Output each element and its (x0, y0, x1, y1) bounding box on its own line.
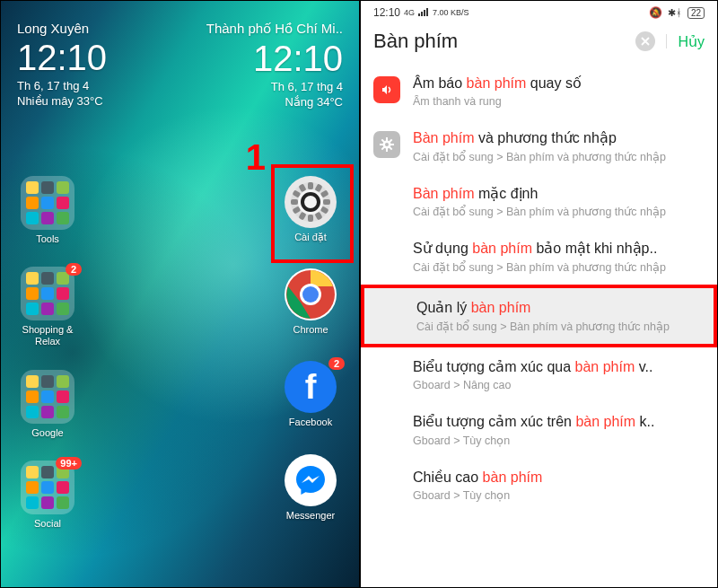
search-result-item[interactable]: Sử dụng bàn phím bảo mật khi nhập..Cài đ… (361, 229, 717, 285)
app-label: Facebook (289, 417, 332, 428)
app-chrome[interactable]: Chrome (278, 268, 343, 336)
result-title: Bàn phím và phương thức nhập (413, 129, 705, 148)
result-path: Cài đặt bổ sung > Bàn phím và phương thứ… (413, 150, 705, 163)
weather-date: Th 6, 17 thg 4 (206, 80, 343, 93)
app-facebook[interactable]: f2Facebook (278, 361, 343, 428)
svg-rect-27 (386, 148, 388, 152)
signal-icon (418, 6, 429, 19)
weather-city: Long Xuyên (17, 21, 107, 36)
search-results: Âm báo bàn phím quay sốÂm thanh và rungB… (361, 64, 717, 513)
result-title: Biểu tượng cảm xúc qua bàn phím v.. (413, 358, 705, 377)
search-result-item[interactable]: Bàn phím và phương thức nhậpCài đặt bổ s… (361, 118, 717, 174)
status-bar: 12:10 4G 7.00 KB/S 🔕 ✱ᚼ 22 (361, 1, 717, 21)
search-result-item[interactable]: Âm báo bàn phím quay sốÂm thanh và rung (361, 64, 717, 118)
annotation-1-box (271, 164, 354, 263)
weather-time: 12:10 (17, 38, 107, 77)
icon-spacer (373, 469, 400, 503)
divider (666, 34, 667, 48)
icon-spacer (373, 413, 400, 447)
clear-search-button[interactable] (635, 31, 655, 51)
search-header: Bàn phím Hủy (361, 21, 717, 64)
badge: 2 (66, 263, 82, 276)
weather-widget-right[interactable]: Thành phố Hồ Chí Mi.. 12:10 Th 6, 17 thg… (206, 21, 343, 109)
folder-label: Social (34, 518, 61, 530)
weather-condition: Nắng 34°C (206, 95, 343, 109)
svg-rect-25 (390, 144, 394, 145)
close-icon (641, 37, 650, 46)
status-net-icon: 4G (404, 8, 415, 17)
svg-point-32 (385, 143, 389, 146)
mute-icon: 🔕 (649, 6, 662, 19)
svg-rect-20 (421, 12, 423, 16)
result-path: Cài đặt bổ sung > Bàn phím và phương thứ… (416, 320, 701, 333)
app-messenger[interactable]: Messenger (278, 454, 343, 522)
result-title: Chiều cao bàn phím (413, 469, 705, 487)
result-path: Cài đặt bổ sung > Bàn phím và phương thứ… (413, 205, 705, 218)
home-screen: Long Xuyên 12:10 Th 6, 17 thg 4 Nhiều mâ… (1, 1, 359, 587)
result-path: Âm thanh và rung (413, 95, 705, 108)
result-path: Cài đặt bổ sung > Bàn phím và phương thứ… (413, 260, 705, 274)
svg-rect-21 (424, 10, 425, 16)
folder-icon (21, 176, 74, 230)
result-title: Quản lý bàn phím (416, 299, 701, 318)
weather-date: Th 6, 17 thg 4 (17, 79, 107, 92)
folder-column: Tools2Shopping & RelaxGoogle99+Social (15, 176, 80, 530)
app-label: Messenger (286, 510, 335, 522)
cancel-button[interactable]: Hủy (678, 33, 705, 50)
gear-icon (373, 131, 400, 158)
status-speed: 7.00 KB/S (433, 8, 469, 17)
weather-city: Thành phố Hồ Chí Mi.. (206, 21, 343, 37)
weather-condition: Nhiều mây 33°C (17, 94, 107, 108)
folder-tools[interactable]: Tools (15, 176, 80, 245)
folder-shopping-relax[interactable]: 2Shopping & Relax (15, 267, 80, 347)
badge: 99+ (56, 457, 82, 470)
search-result-item[interactable]: Biểu tượng cảm xúc trên bàn phím k..Gboa… (361, 402, 717, 458)
chrome-icon (285, 268, 337, 320)
result-title: Biểu tượng cảm xúc trên bàn phím k.. (413, 413, 705, 432)
result-path: Gboard > Tùy chọn (413, 434, 705, 447)
icon-spacer (373, 358, 400, 391)
status-time: 12:10 (373, 6, 400, 19)
search-result-item[interactable]: Quản lý bàn phímCài đặt bổ sung > Bàn ph… (361, 285, 717, 347)
settings-search-screen: 2 12:10 4G 7.00 KB/S 🔕 ✱ᚼ 22 Bàn phím Hủ… (361, 1, 717, 587)
app-label: Chrome (293, 324, 328, 336)
search-result-item[interactable]: Biểu tượng cảm xúc qua bàn phím v..Gboar… (361, 347, 717, 402)
folder-label: Tools (36, 233, 59, 245)
result-title: Bàn phím mặc định (413, 185, 705, 204)
folder-icon (21, 267, 74, 320)
messenger-icon (285, 454, 337, 506)
result-path: Gboard > Nâng cao (413, 379, 705, 391)
badge: 2 (328, 357, 345, 370)
result-path: Gboard > Tùy chọn (413, 488, 705, 502)
svg-rect-22 (426, 8, 428, 16)
result-title: Sử dụng bàn phím bảo mật khi nhập.. (413, 240, 705, 259)
battery-icon: 22 (687, 7, 705, 19)
search-input[interactable]: Bàn phím (373, 30, 625, 53)
folder-icon (21, 370, 74, 424)
icon-spacer (377, 299, 404, 333)
weather-time: 12:10 (206, 39, 343, 78)
svg-rect-29 (380, 144, 383, 145)
folder-social[interactable]: 99+Social (15, 461, 80, 530)
annotation-1: 1 (246, 137, 266, 178)
folder-label: Shopping & Relax (15, 324, 80, 347)
sound-icon (373, 76, 400, 103)
bluetooth-icon: ✱ᚼ (668, 7, 682, 19)
svg-point-18 (302, 286, 319, 303)
folder-label: Google (31, 427, 63, 439)
folder-google[interactable]: Google (15, 370, 80, 439)
icon-spacer (373, 240, 400, 274)
search-result-item[interactable]: Chiều cao bàn phímGboard > Tùy chọn (361, 458, 717, 513)
svg-rect-23 (386, 137, 388, 141)
icon-spacer (373, 185, 400, 219)
svg-rect-19 (418, 13, 420, 16)
weather-widget-left[interactable]: Long Xuyên 12:10 Th 6, 17 thg 4 Nhiều mâ… (17, 21, 107, 108)
facebook-icon: f (285, 361, 337, 413)
search-result-item[interactable]: Bàn phím mặc địnhCài đặt bổ sung > Bàn p… (361, 174, 717, 230)
result-title: Âm báo bàn phím quay số (413, 75, 705, 93)
